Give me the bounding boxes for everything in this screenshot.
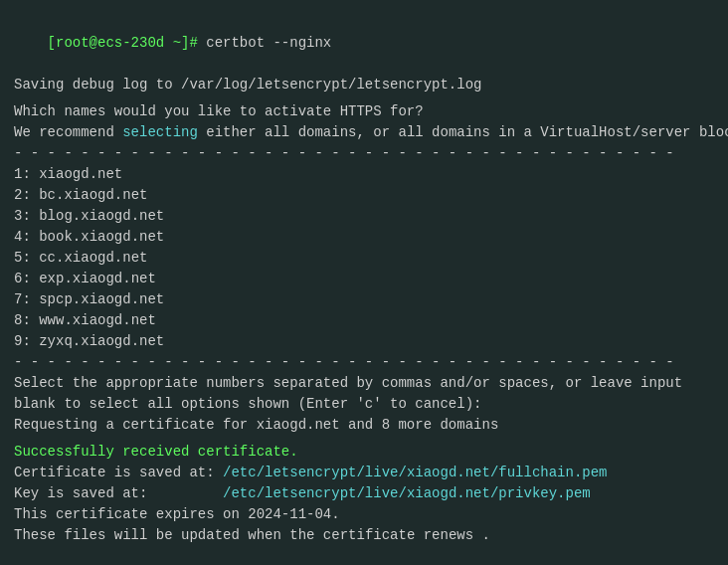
domain-7: 7: spcp.xiaogd.net xyxy=(14,289,714,310)
command-text: certbot --nginx xyxy=(206,35,331,51)
output-cert-path: Certificate is saved at: /etc/letsencryp… xyxy=(14,463,714,483)
domain-4: 4: book.xiaogd.net xyxy=(14,227,714,248)
output-select-1: Select the appropriate numbers separated… xyxy=(14,373,714,394)
prompt: [root@ecs-230d ~]# xyxy=(48,35,207,51)
domain-8: 8: www.xiaogd.net xyxy=(14,310,714,331)
output-select-2: blank to select all options shown (Enter… xyxy=(14,394,714,415)
domain-1: 1: xiaogd.net xyxy=(14,164,714,185)
command-line: [root@ecs-230d ~]# certbot --nginx xyxy=(14,12,714,75)
output-success: Successfully received certificate. xyxy=(14,442,714,463)
domain-9: 9: zyxq.xiaogd.net xyxy=(14,331,714,352)
output-line-3: We recommend selecting either all domain… xyxy=(14,122,714,143)
output-line-1: Saving debug log to /var/log/letsencrypt… xyxy=(14,75,714,95)
output-renews: These files will be updated when the cer… xyxy=(14,525,714,546)
separator-1: - - - - - - - - - - - - - - - - - - - - … xyxy=(14,143,714,164)
domain-6: 6: exp.xiaogd.net xyxy=(14,269,714,289)
separator-2: - - - - - - - - - - - - - - - - - - - - … xyxy=(14,352,714,373)
output-expires: This certificate expires on 2024-11-04. xyxy=(14,504,714,525)
output-key-path: Key is saved at: /etc/letsencrypt/live/x… xyxy=(14,483,714,504)
output-line-2: Which names would you like to activate H… xyxy=(14,101,714,122)
domain-5: 5: cc.xiaogd.net xyxy=(14,248,714,269)
domain-3: 3: blog.xiaogd.net xyxy=(14,206,714,227)
terminal-window: [root@ecs-230d ~]# certbot --nginx Savin… xyxy=(14,12,714,546)
domain-2: 2: bc.xiaogd.net xyxy=(14,185,714,206)
output-requesting: Requesting a certificate for xiaogd.net … xyxy=(14,415,714,436)
